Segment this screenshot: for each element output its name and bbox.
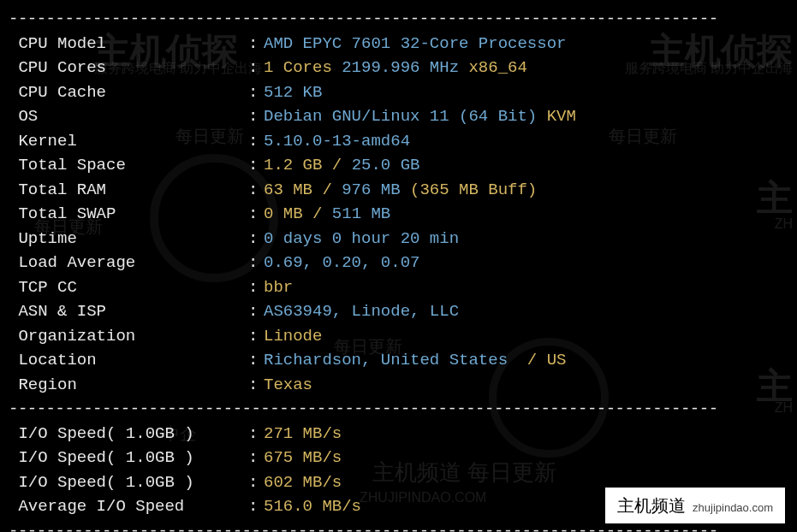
row-label: Load Average — [9, 251, 248, 275]
row-label: ASN & ISP — [9, 299, 248, 324]
row-colon: : — [248, 153, 264, 178]
row-value: Debian GNU/Linux 11 (64 Bit) KVM — [264, 104, 576, 129]
info-row: Total SWAP : 0 MB / 511 MB — [9, 202, 788, 227]
row-value: Richardson, United States / US — [264, 348, 566, 373]
footer-title: 主机频道 — [617, 493, 686, 518]
row-value: 0 days 0 hour 20 min — [264, 227, 459, 251]
row-label: Uptime — [9, 227, 248, 251]
io-row: I/O Speed( 1.0GB ) : 271 MB/s — [9, 422, 788, 446]
io-label: Average I/O Speed — [9, 494, 248, 519]
io-value: 516.0 MB/s — [264, 494, 361, 519]
row-value: 1.2 GB / 25.0 GB — [264, 153, 419, 178]
info-row: ASN & ISP : AS63949, Linode, LLC — [9, 299, 788, 324]
info-row: Total Space : 1.2 GB / 25.0 GB — [9, 153, 788, 178]
info-row: Organization : Linode — [9, 324, 788, 349]
row-colon: : — [248, 104, 264, 129]
terminal-output: ----------------------------------------… — [9, 7, 788, 532]
info-row: Kernel : 5.10.0-13-amd64 — [9, 129, 788, 154]
info-row: Region : Texas — [9, 373, 788, 398]
row-label: CPU Cores — [9, 56, 248, 80]
info-row: TCP CC : bbr — [9, 275, 788, 300]
row-value: 63 MB / 976 MB (365 MB Buff) — [264, 178, 537, 203]
row-value: AMD EPYC 7601 32-Core Processor — [264, 32, 566, 56]
divider-mid: ----------------------------------------… — [9, 397, 788, 422]
row-label: TCP CC — [9, 275, 248, 300]
row-colon: : — [248, 202, 264, 227]
row-label: OS — [9, 104, 248, 129]
io-label: I/O Speed( 1.0GB ) — [9, 470, 248, 495]
row-colon: : — [248, 56, 264, 80]
row-label: Total RAM — [9, 178, 248, 203]
row-value: 5.10.0-13-amd64 — [264, 129, 410, 154]
row-value: bbr — [264, 275, 293, 300]
row-label: CPU Model — [9, 32, 248, 56]
info-row: Location : Richardson, United States / U… — [9, 348, 788, 373]
row-label: Total Space — [9, 153, 248, 178]
io-value: 271 MB/s — [264, 422, 342, 446]
row-value: 1 Cores 2199.996 MHz x86_64 — [264, 56, 527, 80]
io-colon: : — [248, 494, 264, 519]
divider-top: ----------------------------------------… — [9, 7, 788, 32]
row-colon: : — [248, 324, 264, 349]
row-colon: : — [248, 299, 264, 324]
row-colon: : — [248, 348, 264, 373]
row-value: Linode — [264, 324, 322, 349]
row-label: Organization — [9, 324, 248, 349]
info-row: CPU Cache : 512 KB — [9, 80, 788, 105]
io-label: I/O Speed( 1.0GB ) — [9, 446, 248, 470]
io-label: I/O Speed( 1.0GB ) — [9, 422, 248, 446]
row-value: Texas — [264, 373, 312, 398]
info-row: Uptime : 0 days 0 hour 20 min — [9, 227, 788, 251]
row-colon: : — [248, 178, 264, 203]
io-colon: : — [248, 470, 264, 495]
io-value: 602 MB/s — [264, 470, 342, 495]
info-row: Load Average : 0.69, 0.20, 0.07 — [9, 251, 788, 275]
row-colon: : — [248, 32, 264, 56]
row-value: 0 MB / 511 MB — [264, 202, 390, 227]
row-label: Kernel — [9, 129, 248, 154]
row-colon: : — [248, 129, 264, 154]
io-row: I/O Speed( 1.0GB ) : 675 MB/s — [9, 446, 788, 470]
info-row: OS : Debian GNU/Linux 11 (64 Bit) KVM — [9, 104, 788, 129]
row-colon: : — [248, 373, 264, 398]
row-value: AS63949, Linode, LLC — [264, 299, 459, 324]
row-label: CPU Cache — [9, 80, 248, 105]
row-value: 0.69, 0.20, 0.07 — [264, 251, 419, 275]
footer-url: zhujipindao.com — [693, 499, 773, 517]
io-colon: : — [248, 446, 264, 470]
row-label: Region — [9, 373, 248, 398]
info-row: Total RAM : 63 MB / 976 MB (365 MB Buff) — [9, 178, 788, 203]
row-value: 512 KB — [264, 80, 322, 105]
row-colon: : — [248, 227, 264, 251]
row-colon: : — [248, 275, 264, 300]
info-row: CPU Model : AMD EPYC 7601 32-Core Proces… — [9, 32, 788, 56]
footer-badge: 主机频道 zhujipindao.com — [605, 488, 785, 523]
row-label: Total SWAP — [9, 202, 248, 227]
info-row: CPU Cores : 1 Cores 2199.996 MHz x86_64 — [9, 56, 788, 80]
row-label: Location — [9, 348, 248, 373]
io-value: 675 MB/s — [264, 446, 342, 470]
row-colon: : — [248, 251, 264, 275]
row-colon: : — [248, 80, 264, 105]
io-colon: : — [248, 422, 264, 446]
